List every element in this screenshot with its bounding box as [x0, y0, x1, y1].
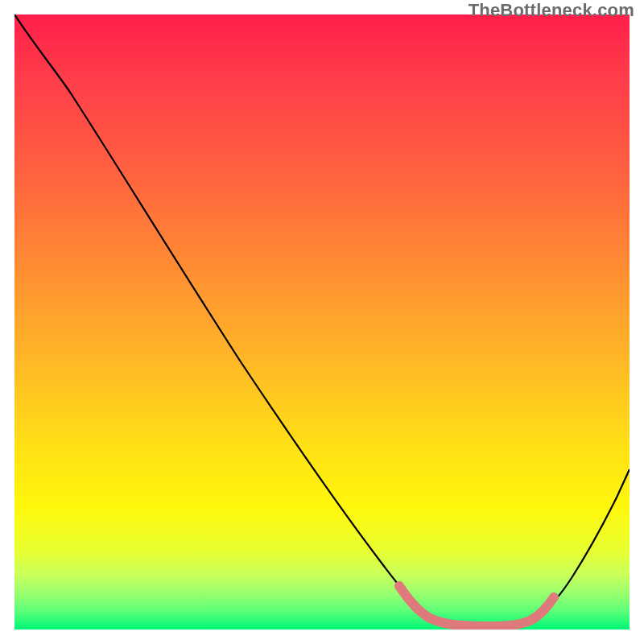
optimal-band-highlight [399, 586, 554, 626]
bottleneck-curve [14, 14, 630, 626]
chart-container: TheBottleneck.com [0, 0, 644, 644]
curve-layer [14, 14, 630, 630]
plot-area [14, 14, 630, 630]
watermark-text: TheBottleneck.com [469, 0, 634, 21]
